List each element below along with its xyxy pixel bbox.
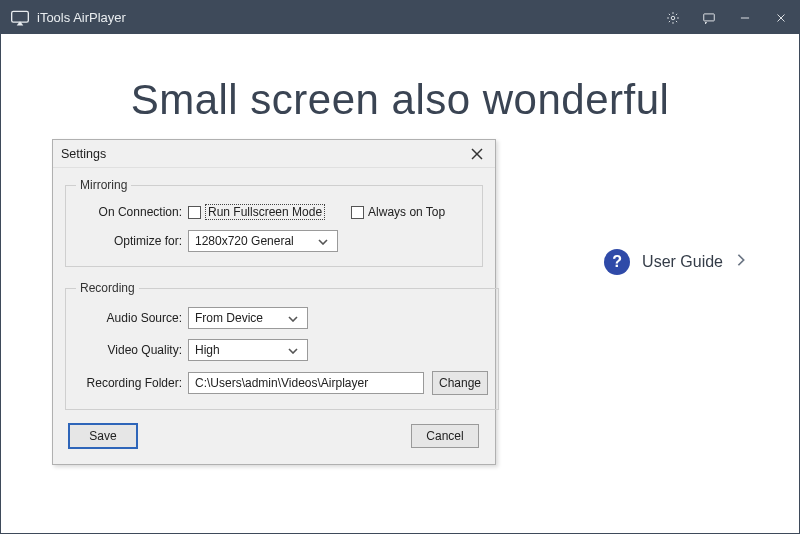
app-logo-icon [9,7,31,29]
dialog-titlebar: Settings [53,140,495,168]
on-connection-label: On Connection: [76,205,188,219]
feedback-icon[interactable] [691,1,727,34]
settings-gear-icon[interactable] [655,1,691,34]
user-guide-link[interactable]: ? User Guide [604,249,747,275]
chevron-down-icon [285,343,301,357]
dialog-title: Settings [61,147,106,161]
svg-rect-2 [704,13,715,20]
video-quality-select[interactable]: High [188,339,308,361]
always-on-top-checkbox[interactable]: Always on Top [351,205,445,219]
mirroring-group: Mirroring On Connection: Run Fullscreen … [65,178,483,267]
main-area: Small screen also wonderful ? User Guide… [1,34,799,533]
chevron-down-icon [285,311,301,325]
svg-rect-0 [12,11,29,22]
save-button[interactable]: Save [69,424,137,448]
run-fullscreen-label: Run Fullscreen Mode [205,204,325,220]
chevron-right-icon [735,253,747,271]
always-on-top-label: Always on Top [368,205,445,219]
titlebar: iTools AirPlayer [1,1,799,34]
minimize-button[interactable] [727,1,763,34]
audio-source-value: From Device [195,311,285,325]
user-guide-label: User Guide [642,253,723,271]
help-icon: ? [604,249,630,275]
recording-folder-label: Recording Folder: [76,376,188,390]
dialog-close-button[interactable] [467,144,487,164]
close-button[interactable] [763,1,799,34]
optimize-for-value: 1280x720 General [195,234,315,248]
checkbox-box-icon [188,206,201,219]
settings-dialog: Settings Mirroring On Connection: Run Fu… [52,139,496,465]
audio-source-label: Audio Source: [76,311,188,325]
optimize-for-select[interactable]: 1280x720 General [188,230,338,252]
app-window: iTools AirPlayer Small screen also wonde… [0,0,800,534]
mirroring-legend: Mirroring [76,178,131,192]
recording-legend: Recording [76,281,139,295]
cancel-button[interactable]: Cancel [411,424,479,448]
recording-folder-field[interactable]: C:\Users\admin\Videos\Airplayer [188,372,424,394]
checkbox-box-icon [351,206,364,219]
run-fullscreen-checkbox[interactable]: Run Fullscreen Mode [188,204,325,220]
chevron-down-icon [315,234,331,248]
change-folder-button[interactable]: Change [432,371,488,395]
video-quality-label: Video Quality: [76,343,188,357]
svg-point-1 [671,16,675,20]
audio-source-select[interactable]: From Device [188,307,308,329]
recording-group: Recording Audio Source: From Device Vide… [65,281,499,410]
recording-folder-value: C:\Users\admin\Videos\Airplayer [195,376,368,390]
video-quality-value: High [195,343,285,357]
app-title: iTools AirPlayer [37,10,126,25]
optimize-for-label: Optimize for: [76,234,188,248]
hero-headline: Small screen also wonderful [1,76,799,124]
